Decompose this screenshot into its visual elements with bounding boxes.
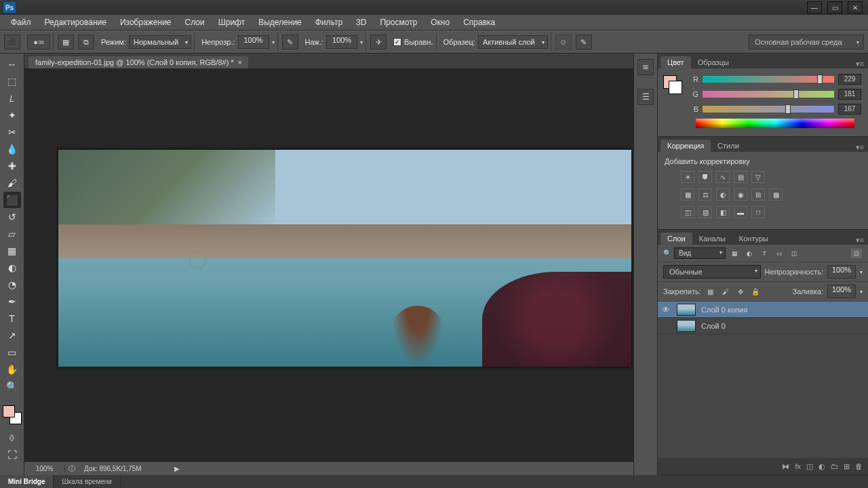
layer-thumbnail[interactable] <box>677 320 696 332</box>
maximize-button[interactable]: ▭ <box>827 1 842 14</box>
close-tab-icon[interactable]: × <box>238 59 242 66</box>
channel-mixer-icon[interactable]: ⊞ <box>751 188 765 201</box>
curves-icon[interactable]: ∿ <box>716 171 730 183</box>
tab-channels[interactable]: Каналы <box>692 232 732 245</box>
tab-minibridge[interactable]: Mini Bridge <box>0 475 54 488</box>
close-button[interactable]: ✕ <box>848 1 863 14</box>
selective-color-icon[interactable]: □ <box>751 206 765 218</box>
status-play-icon[interactable]: ▶ <box>174 465 180 472</box>
minimize-button[interactable]: — <box>807 1 822 14</box>
bw-icon[interactable]: ◐ <box>716 188 730 201</box>
filter-type-icon[interactable]: T <box>758 248 770 259</box>
menu-view[interactable]: Просмотр <box>373 15 424 30</box>
wand-tool-icon[interactable]: ✦ <box>3 107 21 123</box>
menu-type[interactable]: Шрифт <box>212 15 252 30</box>
fg-color-swatch[interactable] <box>3 405 15 418</box>
flow-input[interactable]: 100% <box>326 35 357 49</box>
r-slider[interactable] <box>703 76 834 83</box>
panel-bg-swatch[interactable] <box>669 81 682 94</box>
layer-fx-icon[interactable]: fx <box>795 462 801 470</box>
canvas[interactable] <box>58 150 631 367</box>
status-info-icon[interactable]: ⓘ <box>65 464 79 474</box>
canvas-container[interactable] <box>24 68 633 462</box>
marquee-tool-icon[interactable]: ⬚ <box>3 73 21 89</box>
properties-panel-icon[interactable]: ☰ <box>637 89 654 105</box>
g-value[interactable]: 181 <box>838 89 861 100</box>
opacity-input[interactable]: 100% <box>238 35 269 49</box>
invert-icon[interactable]: ◫ <box>681 206 694 218</box>
history-brush-tool-icon[interactable]: ↺ <box>3 209 21 225</box>
sample-dropdown[interactable]: Активный слой <box>478 35 548 49</box>
color-spectrum[interactable] <box>696 119 854 128</box>
color-panel-menu-icon[interactable]: ▾≡ <box>852 60 868 68</box>
hand-tool-icon[interactable]: ✋ <box>3 361 21 378</box>
menu-file[interactable]: Файл <box>4 15 38 30</box>
lock-transparency-icon[interactable]: ▦ <box>705 287 716 296</box>
photo-filter-icon[interactable]: ◉ <box>734 188 747 201</box>
adjustment-layer-icon[interactable]: ◐ <box>818 462 825 471</box>
pressure-size-icon[interactable]: ✎ <box>576 35 592 49</box>
layer-name[interactable]: Слой 0 <box>698 322 726 330</box>
lock-all-icon[interactable]: 🔒 <box>750 287 761 296</box>
levels-icon[interactable]: ⛊ <box>698 171 712 183</box>
menu-select[interactable]: Выделение <box>252 15 309 30</box>
clone-source-icon[interactable]: ⧉ <box>78 35 94 49</box>
document-tab[interactable]: family-expedition-01.jpg @ 100% (Слой 0 … <box>28 56 248 68</box>
menu-window[interactable]: Окно <box>424 15 456 30</box>
layer-mask-icon[interactable]: ◫ <box>806 462 813 471</box>
blur-tool-icon[interactable]: ◐ <box>3 260 21 276</box>
blend-mode-dropdown[interactable]: Нормальный <box>129 35 191 49</box>
filter-adjust-icon[interactable]: ◐ <box>743 248 755 259</box>
tab-adjustments[interactable]: Коррекция <box>660 140 711 152</box>
gradient-tool-icon[interactable]: ▦ <box>3 243 21 259</box>
history-panel-icon[interactable]: ≋ <box>637 59 654 75</box>
adjustments-panel-menu-icon[interactable]: ▾≡ <box>852 143 868 152</box>
layer-item[interactable]: Слой 0 <box>658 318 868 334</box>
brush-preset-picker[interactable]: ● 38 <box>27 35 50 49</box>
hue-sat-icon[interactable]: ▦ <box>681 188 694 201</box>
tab-layers[interactable]: Слои <box>660 232 692 245</box>
color-swatches[interactable] <box>3 405 22 424</box>
stamp-tool-icon[interactable]: ⬛ <box>3 192 21 208</box>
healing-tool-icon[interactable]: ✚ <box>3 158 21 174</box>
lasso-tool-icon[interactable]: 𝘓 <box>3 90 21 106</box>
exposure-icon[interactable]: ▤ <box>734 171 747 183</box>
shape-tool-icon[interactable]: ▭ <box>3 344 21 361</box>
filter-shape-icon[interactable]: ▭ <box>773 248 785 259</box>
threshold-icon[interactable]: ◧ <box>716 206 730 218</box>
filter-smart-icon[interactable]: ◫ <box>788 248 800 259</box>
tool-preset-icon[interactable]: ⬛ <box>4 35 20 49</box>
eraser-tool-icon[interactable]: ▱ <box>3 226 21 242</box>
layer-fill-input[interactable]: 100% <box>827 285 856 298</box>
new-layer-icon[interactable]: ⊞ <box>844 462 850 471</box>
airbrush-icon[interactable]: ✈ <box>370 35 387 49</box>
menu-3d[interactable]: 3D <box>349 15 373 30</box>
ignore-adjustment-icon[interactable]: ⊘ <box>555 35 572 49</box>
tab-paths[interactable]: Контуры <box>732 232 775 245</box>
menu-layer[interactable]: Слои <box>178 15 212 30</box>
dodge-tool-icon[interactable]: ◔ <box>3 277 21 293</box>
tab-swatches[interactable]: Образцы <box>691 56 736 68</box>
menu-filter[interactable]: Фильтр <box>309 15 349 30</box>
crop-tool-icon[interactable]: ✂ <box>3 124 21 140</box>
layer-thumbnail[interactable] <box>677 304 696 316</box>
quickmask-icon[interactable]: ◊ <box>3 430 21 446</box>
filter-toggle-icon[interactable]: ⊡ <box>850 248 863 259</box>
filter-pixel-icon[interactable]: ▦ <box>728 248 741 259</box>
layers-panel-menu-icon[interactable]: ▾≡ <box>852 236 868 245</box>
tab-timeline[interactable]: Шкала времени <box>54 475 120 488</box>
layer-opacity-input[interactable]: 100% <box>827 265 856 279</box>
menu-image[interactable]: Изображение <box>113 15 178 30</box>
eyedropper-tool-icon[interactable]: 💧 <box>3 141 21 157</box>
b-slider[interactable] <box>703 106 834 113</box>
color-lookup-icon[interactable]: ▦ <box>769 188 783 201</box>
menu-edit[interactable]: Редактирование <box>38 15 113 30</box>
vibrance-icon[interactable]: ▽ <box>751 171 765 183</box>
layer-name[interactable]: Слой 0 копия <box>698 306 747 314</box>
brush-tool-icon[interactable]: 🖌 <box>3 175 21 191</box>
path-tool-icon[interactable]: ↗ <box>3 327 21 344</box>
b-value[interactable]: 167 <box>838 104 861 115</box>
layer-blend-mode[interactable]: Обычные <box>663 265 761 279</box>
r-value[interactable]: 229 <box>838 74 861 85</box>
zoom-level[interactable]: 100% <box>24 465 65 472</box>
